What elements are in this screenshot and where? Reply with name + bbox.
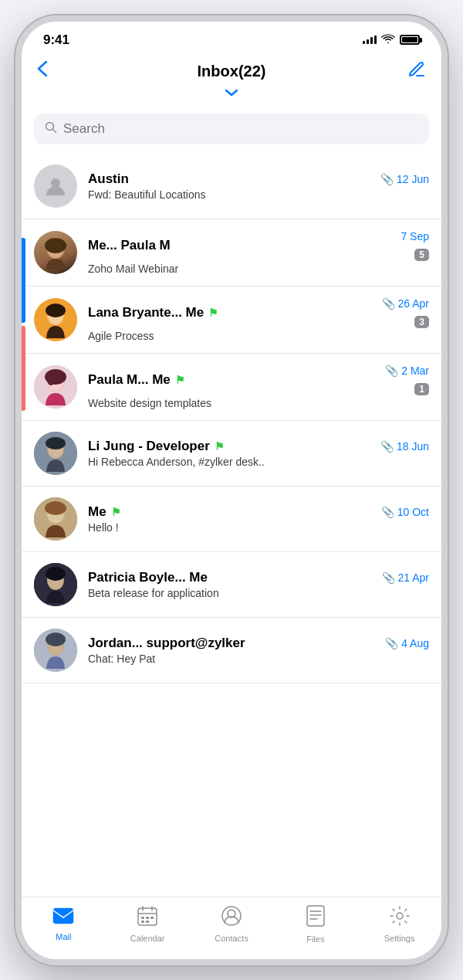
sidebar-item-files[interactable]: Files — [292, 905, 339, 944]
email-sender: Li Jung - Developer ⚑ — [88, 439, 225, 454]
status-icons — [363, 33, 420, 46]
calendar-icon — [137, 906, 157, 931]
bottom-nav: Mail Calendar — [22, 897, 441, 959]
email-sender: Austin — [88, 171, 129, 187]
email-subject: Fwd: Beautiful Locations — [88, 188, 429, 201]
email-subject: Hello ! — [88, 521, 429, 534]
email-sender: Me... Paula M — [88, 238, 171, 253]
settings-icon — [390, 906, 410, 931]
list-item[interactable]: Jordan... support@zylker 📎 4 Aug Chat: H… — [22, 618, 441, 683]
list-item[interactable]: Li Jung - Developer ⚑ 📎 18 Jun Hi Rebecc… — [22, 421, 441, 487]
svg-point-30 — [46, 632, 66, 646]
email-subject: Zoho Mail Webinar — [88, 263, 429, 275]
list-item[interactable]: Paula M... Me ⚑ 📎 2 Mar 1 Website design… — [22, 354, 441, 421]
svg-rect-37 — [146, 917, 149, 919]
sidebar-item-calendar[interactable]: Calendar — [124, 906, 171, 943]
svg-point-5 — [45, 238, 66, 253]
email-date: 21 Apr — [398, 571, 429, 584]
email-date: 18 Jun — [397, 440, 429, 453]
left-bar-container — [22, 238, 25, 411]
attachment-icon: 📎 — [382, 297, 395, 310]
flag-icon: ⚑ — [111, 506, 121, 518]
search-input[interactable] — [63, 121, 418, 137]
battery-icon — [400, 35, 420, 45]
nav-label-settings: Settings — [384, 934, 415, 943]
nav-label-calendar: Calendar — [130, 934, 165, 943]
avatar — [34, 629, 77, 672]
header-dropdown[interactable] — [22, 83, 441, 106]
email-content: Li Jung - Developer ⚑ 📎 18 Jun Hi Rebecc… — [88, 439, 429, 468]
email-content: Lana Bryante... Me ⚑ 📎 26 Apr 3 Agile Pr… — [88, 297, 429, 342]
svg-line-1 — [53, 129, 56, 132]
email-date: 10 Oct — [397, 506, 429, 518]
email-date: 26 Apr — [398, 297, 429, 310]
nav-label-contacts: Contacts — [215, 934, 248, 943]
attachment-icon: 📎 — [385, 637, 398, 649]
list-item[interactable]: Lana Bryante... Me ⚑ 📎 26 Apr 3 Agile Pr… — [22, 287, 441, 354]
svg-rect-36 — [141, 917, 144, 919]
list-item[interactable]: Austin 📎 12 Jun Fwd: Beautiful Locations — [22, 154, 441, 219]
mail-icon — [52, 907, 74, 929]
avatar — [34, 164, 77, 208]
email-list: Austin 📎 12 Jun Fwd: Beautiful Locations — [22, 154, 441, 897]
email-date: 7 Sep — [400, 230, 429, 242]
list-item[interactable]: Me... Paula M 7 Sep 5 Zoho Mail Webinar — [22, 219, 441, 287]
back-button[interactable] — [37, 60, 65, 82]
chevron-down-icon — [225, 86, 238, 99]
inbox-title: Inbox(22) — [198, 63, 266, 80]
status-time: 9:41 — [43, 32, 69, 48]
list-item[interactable]: Patricia Boyle... Me 📎 21 Apr Beta relea… — [22, 552, 441, 618]
email-subject: Beta release for application — [88, 587, 429, 599]
email-subject: Website design templates — [88, 397, 429, 409]
email-content: Me... Paula M 7 Sep 5 Zoho Mail Webinar — [88, 230, 429, 275]
status-bar: 9:41 — [22, 22, 441, 54]
attachment-icon: 📎 — [380, 173, 394, 185]
left-bar-red — [22, 326, 25, 411]
avatar — [34, 497, 77, 541]
svg-rect-40 — [146, 921, 149, 923]
flag-icon: ⚑ — [215, 440, 225, 453]
search-icon — [45, 121, 57, 137]
svg-point-17 — [46, 437, 66, 449]
email-sender: Patricia Boyle... Me — [88, 570, 208, 585]
sidebar-item-settings[interactable]: Settings — [377, 906, 423, 943]
email-date: 2 Mar — [401, 365, 429, 377]
email-subject: Hi Rebecca Anderson, #zylker desk.. — [88, 456, 429, 468]
email-content: Me ⚑ 📎 10 Oct Hello ! — [88, 504, 429, 534]
svg-rect-39 — [141, 921, 144, 923]
header: Inbox(22) — [22, 54, 441, 83]
email-sender: Me ⚑ — [88, 504, 121, 520]
svg-rect-38 — [150, 917, 154, 919]
avatar — [34, 432, 77, 475]
svg-point-26 — [46, 567, 66, 581]
attachment-icon: 📎 — [382, 571, 395, 584]
wifi-icon — [381, 33, 395, 46]
email-content: Jordan... support@zylker 📎 4 Aug Chat: H… — [88, 636, 429, 665]
nav-label-files: Files — [306, 934, 324, 944]
avatar — [34, 231, 77, 274]
flag-icon: ⚑ — [175, 374, 185, 386]
attachment-icon: 📎 — [381, 506, 394, 518]
compose-button[interactable] — [398, 60, 426, 83]
flag-icon: ⚑ — [208, 307, 218, 319]
search-container — [22, 106, 441, 154]
email-badge: 5 — [414, 249, 429, 261]
email-badge: 1 — [414, 383, 429, 395]
email-date: 4 Aug — [401, 637, 429, 649]
svg-rect-31 — [53, 908, 73, 924]
attachment-icon: 📎 — [380, 440, 394, 453]
email-badge: 3 — [414, 316, 429, 328]
svg-rect-18 — [52, 452, 54, 455]
email-subject: Agile Process — [88, 330, 429, 342]
left-bar-blue — [22, 238, 25, 323]
sidebar-item-mail[interactable]: Mail — [40, 907, 86, 941]
svg-point-13 — [47, 373, 55, 385]
list-item[interactable]: Me ⚑ 📎 10 Oct Hello ! — [22, 487, 441, 552]
email-sender: Jordan... support@zylker — [88, 636, 245, 651]
search-bar[interactable] — [34, 114, 429, 144]
email-sender: Paula M... Me ⚑ — [88, 372, 185, 388]
nav-label-mail: Mail — [56, 932, 71, 941]
avatar — [34, 563, 77, 606]
email-subject: Chat: Hey Pat — [88, 653, 429, 665]
sidebar-item-contacts[interactable]: Contacts — [208, 906, 255, 943]
